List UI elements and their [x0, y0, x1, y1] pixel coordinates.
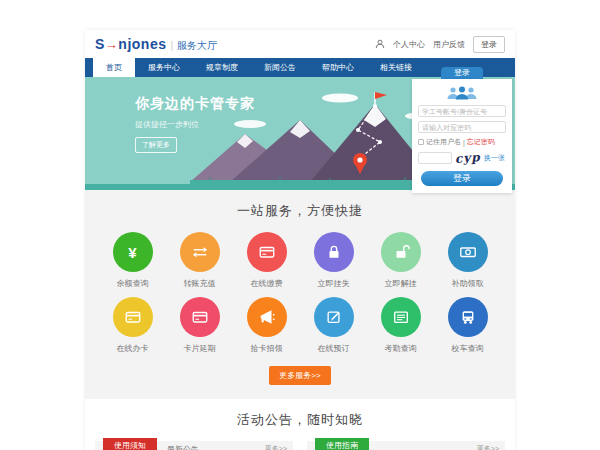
megaphone-icon: [258, 308, 276, 326]
site-title: 服务大厅: [177, 39, 217, 53]
forgot-password-link[interactable]: 忘记密码: [467, 137, 495, 147]
transfer-icon: [191, 243, 209, 261]
service-card-extension[interactable]: 卡片延期: [166, 297, 233, 354]
list-icon: [392, 308, 410, 326]
service-online-card-application[interactable]: 在线办卡: [99, 297, 166, 354]
users-icon: [443, 86, 481, 101]
banner-text: 你身边的卡管专家 提供捷径一步到位 了解更多: [135, 95, 255, 153]
person-icon: [375, 39, 385, 49]
notice-panel-bar: 使用须知 最新公告 更多>>: [95, 441, 293, 450]
tab-usage-guide[interactable]: 使用指南: [315, 438, 369, 450]
edit-icon: [325, 308, 343, 326]
logo-text: S→njones: [95, 36, 166, 52]
unlock-icon: [392, 243, 410, 261]
announcement-panels: 使用须知 最新公告 更多>> 使用指南 更多>>: [85, 429, 515, 450]
logo-arrow-icon: →: [105, 37, 119, 52]
card-icon: [124, 308, 142, 326]
service-unlock-card[interactable]: 立即解挂: [367, 232, 434, 289]
notice-more-link[interactable]: 更多>>: [265, 444, 287, 450]
announcements-title: 活动公告，随时知晓: [85, 411, 515, 429]
guide-more-link[interactable]: 更多>>: [477, 444, 499, 450]
personal-center-link[interactable]: 个人中心: [393, 39, 425, 50]
service-report-loss[interactable]: 立即挂失: [300, 232, 367, 289]
guide-panel-bar: 使用指南 更多>>: [307, 441, 505, 450]
top-login-button[interactable]: 登录: [473, 36, 505, 53]
service-subsidy-collection[interactable]: 补助领取: [434, 232, 501, 289]
service-online-booking[interactable]: 在线预订: [300, 297, 367, 354]
password-input[interactable]: [418, 121, 506, 133]
yen-icon: ¥: [128, 244, 136, 261]
services-section: 一站服务，方便快捷 ¥ 余额查询 转账充值 在线缴费: [85, 190, 515, 399]
more-services-button[interactable]: 更多服务>>: [269, 366, 330, 385]
service-attendance-query[interactable]: 考勤查询: [367, 297, 434, 354]
tab-usage-notice[interactable]: 使用须知: [103, 438, 157, 450]
notice-panel: 使用须知 最新公告 更多>>: [95, 441, 293, 450]
lock-icon: [325, 243, 343, 261]
user-feedback-link[interactable]: 用户反馈: [433, 39, 465, 50]
nav-item-service-center[interactable]: 服务中心: [135, 58, 193, 77]
remember-separator: |: [463, 139, 465, 146]
hero-banner: 你身边的卡管专家 提供捷径一步到位 了解更多 登录 记住用户名 | 忘记密码: [85, 77, 515, 190]
remember-checkbox[interactable]: [418, 139, 424, 145]
nav-item-help[interactable]: 帮助中心: [309, 58, 367, 77]
login-panel: 登录 记住用户名 | 忘记密码 cyp 换一张: [412, 67, 512, 193]
card-icon: [258, 243, 276, 261]
announcements-section: 活动公告，随时知晓 使用须知 最新公告 更多>> 使用指南 更多>>: [85, 399, 515, 450]
remember-row: 记住用户名 | 忘记密码: [418, 137, 506, 147]
logo[interactable]: S→njones | 服务大厅: [95, 36, 217, 53]
remember-label: 记住用户名: [426, 137, 461, 147]
logo-separator: |: [170, 40, 173, 51]
service-online-payment[interactable]: 在线缴费: [233, 232, 300, 289]
service-school-bus-query[interactable]: 校车查询: [434, 297, 501, 354]
captcha-image[interactable]: cyp: [455, 150, 482, 166]
captcha-row: cyp 换一张: [418, 151, 506, 165]
page: S→njones | 服务大厅 个人中心 用户反馈 登录 首页 服务中心 规章制…: [85, 30, 515, 450]
banner-title: 你身边的卡管专家: [135, 95, 255, 113]
banknote-icon: [459, 243, 477, 261]
bus-icon: [459, 308, 477, 326]
services-grid: ¥ 余额查询 转账充值 在线缴费 立即挂失: [85, 220, 515, 354]
top-bar: S→njones | 服务大厅 个人中心 用户反馈 登录: [85, 30, 515, 58]
login-form: 记住用户名 | 忘记密码 cyp 换一张 登录: [412, 79, 512, 193]
tab-latest-announcements[interactable]: 最新公告: [167, 444, 199, 450]
service-transfer-recharge[interactable]: 转账充值: [166, 232, 233, 289]
captcha-input[interactable]: [418, 152, 452, 164]
top-meta: 个人中心 用户反馈 登录: [375, 36, 505, 53]
guide-panel: 使用指南 更多>>: [307, 441, 505, 450]
service-found-card-claim[interactable]: 拾卡招领: [233, 297, 300, 354]
nav-item-news[interactable]: 新闻公告: [251, 58, 309, 77]
service-balance-query[interactable]: ¥ 余额查询: [99, 232, 166, 289]
card-icon: [191, 308, 209, 326]
nav-item-home[interactable]: 首页: [93, 58, 135, 77]
change-captcha-link[interactable]: 换一张: [484, 153, 505, 163]
nav-item-rules[interactable]: 规章制度: [193, 58, 251, 77]
banner-subtitle: 提供捷径一步到位: [135, 119, 255, 130]
username-input[interactable]: [418, 105, 506, 117]
login-tab[interactable]: 登录: [441, 67, 483, 79]
services-title: 一站服务，方便快捷: [85, 202, 515, 220]
login-submit-button[interactable]: 登录: [421, 171, 503, 186]
banner-cta-button[interactable]: 了解更多: [135, 137, 177, 153]
